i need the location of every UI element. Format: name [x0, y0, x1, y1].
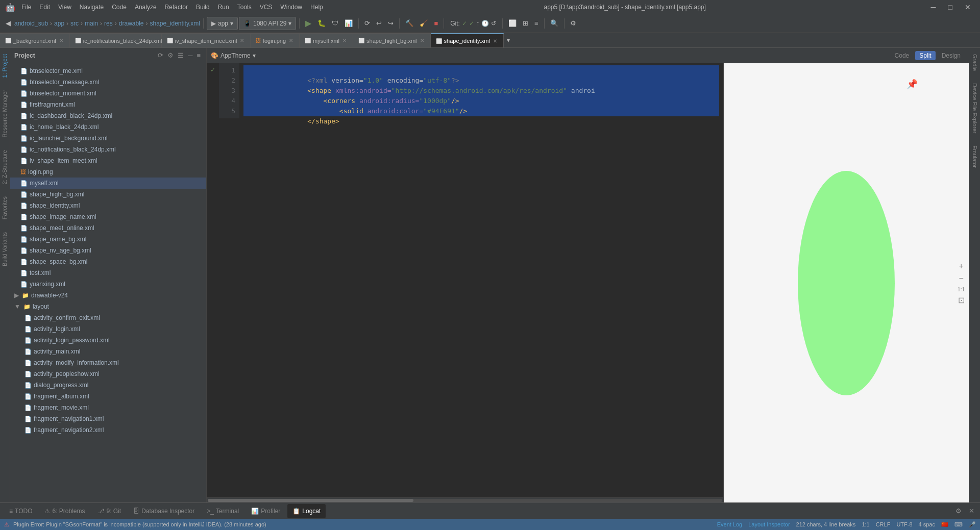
- profile-button[interactable]: 📊: [342, 18, 355, 29]
- tab-shape-identity[interactable]: ⬜ shape_identity.xml ✕: [431, 33, 504, 47]
- settings-button[interactable]: ⚙: [568, 18, 579, 29]
- bottom-tab-problems[interactable]: ⚠ 6: Problems: [39, 504, 90, 518]
- tree-item-test[interactable]: 📄 test.xml: [10, 267, 206, 279]
- tree-item-ic-launcher[interactable]: 📄 ic_launcher_background.xml: [10, 133, 206, 144]
- apptheme-selector[interactable]: 🎨 AppTheme ▾: [211, 52, 256, 59]
- tree-item-activity-login-pwd[interactable]: 📄 activity_login_password.xml: [10, 335, 206, 346]
- tree-item-myself[interactable]: 📄 myself.xml: [10, 178, 206, 189]
- tree-item-fragment-movie[interactable]: 📄 fragment_movie.xml: [10, 402, 206, 413]
- code-content[interactable]: ✓ 1 2 3 4 5: [207, 63, 723, 497]
- breadcrumb-res[interactable]: res: [104, 20, 113, 27]
- sync-button[interactable]: ⟳: [362, 18, 373, 29]
- split-view-button[interactable]: Split: [915, 51, 935, 60]
- menu-window[interactable]: Window: [280, 4, 302, 11]
- menu-help[interactable]: Help: [310, 4, 323, 11]
- close-button[interactable]: ✕: [961, 2, 975, 12]
- menu-tools[interactable]: Tools: [237, 4, 252, 11]
- maximize-button[interactable]: □: [944, 2, 957, 12]
- tree-item-layout[interactable]: ▼ 📁 layout: [10, 301, 206, 312]
- tab-myself-xml[interactable]: ⬜ myself.xml ✕: [300, 33, 353, 47]
- tree-item-shape-hight[interactable]: 📄 shape_hight_bg.xml: [10, 189, 206, 200]
- tab-overflow-button[interactable]: ▾: [504, 35, 513, 46]
- tab-close-button[interactable]: ✕: [492, 38, 498, 44]
- breadcrumb-app[interactable]: app: [54, 20, 64, 27]
- tab-background-xml[interactable]: ⬜ _background.xml ✕: [0, 33, 70, 47]
- tree-item-activity-main[interactable]: 📄 activity_main.xml: [10, 346, 206, 357]
- right-edge-emulator[interactable]: Emulator: [970, 139, 979, 174]
- tree-item-ic-home[interactable]: 📄 ic_home_black_24dp.xml: [10, 121, 206, 133]
- tab-close-button[interactable]: ✕: [341, 38, 348, 43]
- right-edge-device-file-explorer[interactable]: Device File Explorer: [970, 77, 979, 139]
- tree-item-shape-meet[interactable]: 📄 shape_meet_online.xml: [10, 222, 206, 234]
- menu-analyze[interactable]: Analyze: [135, 4, 157, 11]
- breadcrumb-android-sub[interactable]: android_sub: [14, 20, 48, 27]
- run-button[interactable]: ▶: [303, 17, 314, 30]
- tab-ic-notifications[interactable]: ⬜ ic_notifications_black_24dp.xml ✕: [70, 33, 162, 47]
- tab-close-button[interactable]: ✕: [419, 38, 425, 43]
- tree-item-drawable-v24[interactable]: ▶ 📁 drawable-v24: [10, 290, 206, 301]
- bottom-settings-btn[interactable]: ⚙: [954, 507, 963, 515]
- right-edge-gradle[interactable]: Gradle: [970, 48, 979, 77]
- code-lines[interactable]: <?xml version="1.0" encoding="utf-8"?> <…: [239, 63, 723, 118]
- tree-item-shape-space[interactable]: 📄 shape_space_bg.xml: [10, 256, 206, 267]
- menu-code[interactable]: Code: [112, 4, 127, 11]
- tab-close-button[interactable]: ✕: [239, 38, 245, 43]
- tree-item-activity-confirm[interactable]: 📄 activity_confirm_exit.xml: [10, 312, 206, 323]
- tree-item-activity-people[interactable]: 📄 activity_peopleshow.xml: [10, 368, 206, 380]
- tree-item-dialog-progress[interactable]: 📄 dialog_progress.xml: [10, 380, 206, 391]
- menu-refactor[interactable]: Refactor: [165, 4, 188, 11]
- sidebar-item-favorites[interactable]: Favorites: [0, 190, 10, 225]
- project-panel-sync-btn[interactable]: ⟳: [156, 51, 165, 60]
- layout-inspector-link[interactable]: Layout Inspector: [748, 521, 790, 527]
- bottom-tab-database-inspector[interactable]: 🗄 Database Inspector: [128, 504, 200, 518]
- tree-item-yuanxing[interactable]: 📄 yuanxing.xml: [10, 279, 206, 290]
- menu-navigate[interactable]: Navigate: [80, 4, 104, 11]
- code-view-button[interactable]: Code: [891, 51, 914, 60]
- build-button[interactable]: 🔨: [403, 18, 416, 29]
- coverage-button[interactable]: 🛡: [329, 18, 341, 29]
- layout-button[interactable]: ⊞: [520, 18, 531, 29]
- sidebar-item-project[interactable]: 1: Project: [0, 48, 10, 84]
- bottom-tab-git[interactable]: ⎇ 9: Git: [92, 504, 127, 518]
- tree-item-btnselector-me[interactable]: 📄 btnselector_me.xml: [10, 65, 206, 77]
- tree-item-activity-modify[interactable]: 📄 activity_modify_information.xml: [10, 357, 206, 368]
- stop-button[interactable]: ■: [431, 18, 440, 29]
- debug-button[interactable]: 🐛: [315, 18, 328, 29]
- tab-shape-hight[interactable]: ⬜ shape_hight_bg.xml ✕: [353, 33, 430, 47]
- menu-view[interactable]: View: [58, 4, 71, 11]
- tree-item-firstfragment[interactable]: 📄 firstfragment.xml: [10, 99, 206, 110]
- tree-item-fragment-nav2[interactable]: 📄 fragment_navigation2.xml: [10, 424, 206, 436]
- bottom-tab-todo[interactable]: ≡ TODO: [4, 504, 37, 518]
- project-panel-minus-btn[interactable]: ─: [186, 51, 194, 60]
- bottom-tab-terminal[interactable]: >_ Terminal: [202, 504, 244, 518]
- sidebar-item-z-structure[interactable]: 2: Z-Structure: [0, 144, 10, 190]
- tab-login-png[interactable]: 🖼 login.png ✕: [251, 33, 300, 47]
- bottom-tab-profiler[interactable]: 📊 Profiler: [246, 504, 285, 518]
- breadcrumb-main[interactable]: main: [85, 20, 98, 27]
- tree-item-fragment-album[interactable]: 📄 fragment_album.xml: [10, 391, 206, 402]
- tree-item-login-png[interactable]: 🖼 login.png: [10, 166, 206, 178]
- tree-item-shape-identity[interactable]: 📄 shape_identity.xml: [10, 200, 206, 211]
- tree-item-btnselector-moment[interactable]: 📄 btnselector_moment.xml: [10, 88, 206, 99]
- redo-button[interactable]: ↪: [385, 18, 396, 29]
- more-tools-button[interactable]: ≡: [532, 18, 541, 29]
- tree-item-ic-notifications[interactable]: 📄 ic_notifications_black_24dp.xml: [10, 144, 206, 155]
- sidebar-item-resource-manager[interactable]: Resource Manager: [0, 84, 10, 144]
- tree-item-shape-name[interactable]: 📄 shape_name_bg.xml: [10, 234, 206, 245]
- tree-item-fragment-nav1[interactable]: 📄 fragment_navigation1.xml: [10, 413, 206, 424]
- scrollbar-thumb[interactable]: [208, 499, 413, 502]
- project-panel-gear-btn[interactable]: ⚙: [166, 51, 175, 60]
- app-selector[interactable]: ▶ app ▾: [207, 17, 238, 30]
- zoom-out-button[interactable]: −: [959, 274, 963, 282]
- project-panel-filter-btn[interactable]: ☰: [176, 51, 185, 60]
- tree-item-shape-nv[interactable]: 📄 shape_nv_age_bg.xml: [10, 245, 206, 256]
- tree-item-shape-image[interactable]: 📄 shape_image_name.xml: [10, 211, 206, 222]
- scrollbar-track[interactable]: [208, 499, 722, 502]
- menu-build[interactable]: Build: [196, 4, 210, 11]
- tree-item-btnselector-message[interactable]: 📄 btnselector_message.xml: [10, 77, 206, 88]
- sidebar-item-build-variants[interactable]: Build Variants: [0, 226, 10, 272]
- horizontal-scrollbar[interactable]: [207, 497, 723, 502]
- menu-file[interactable]: File: [21, 4, 31, 11]
- tree-item-ic-dashboard[interactable]: 📄 ic_dashboard_black_24dp.xml: [10, 110, 206, 121]
- breadcrumb-drawable[interactable]: drawable: [119, 20, 144, 27]
